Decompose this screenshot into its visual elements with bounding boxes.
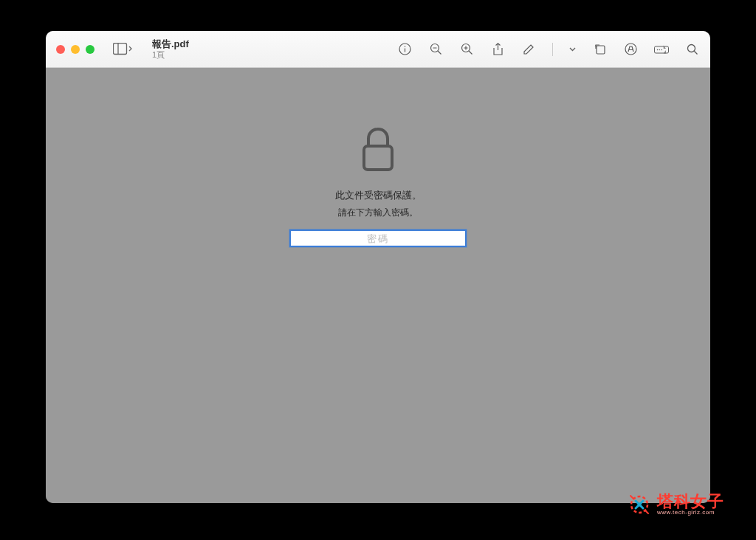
share-icon bbox=[492, 43, 504, 56]
svg-point-17 bbox=[661, 49, 662, 49]
svg-point-22 bbox=[638, 503, 642, 507]
minimize-button[interactable] bbox=[71, 45, 80, 54]
svg-rect-20 bbox=[364, 146, 392, 170]
svg-line-24 bbox=[645, 510, 648, 513]
svg-line-23 bbox=[630, 496, 633, 499]
zoom-in-icon bbox=[461, 43, 473, 55]
zoom-out-icon bbox=[430, 43, 442, 55]
content-area: 此文件受密碼保護。 請在下方輸入密碼。 bbox=[46, 68, 710, 503]
watermark-text: 塔科女子 www.tech-girlz.com bbox=[657, 493, 724, 516]
app-window: 報告.pdf 1頁 bbox=[46, 31, 710, 503]
svg-line-6 bbox=[438, 51, 441, 55]
toolbar bbox=[397, 42, 700, 57]
svg-line-9 bbox=[469, 51, 472, 55]
svg-rect-0 bbox=[114, 43, 127, 54]
watermark-url: www.tech-girlz.com bbox=[657, 510, 724, 516]
svg-point-16 bbox=[659, 49, 660, 49]
search-icon bbox=[687, 44, 698, 55]
info-button[interactable] bbox=[397, 42, 412, 57]
watermark-logo-icon bbox=[626, 491, 653, 518]
svg-rect-12 bbox=[597, 46, 605, 54]
svg-point-3 bbox=[404, 46, 405, 47]
close-button[interactable] bbox=[56, 45, 65, 54]
dropdown-button[interactable] bbox=[569, 45, 576, 53]
protected-message: 此文件受密碼保護。 bbox=[335, 189, 422, 202]
form-icon bbox=[654, 44, 669, 55]
page-count: 1頁 bbox=[152, 50, 189, 60]
rotate-button[interactable] bbox=[592, 42, 607, 57]
toolbar-separator bbox=[552, 43, 553, 56]
form-button[interactable] bbox=[654, 42, 669, 57]
svg-point-13 bbox=[625, 44, 636, 55]
sidebar-toggle-button[interactable] bbox=[109, 40, 136, 59]
document-title: 報告.pdf bbox=[152, 39, 189, 50]
info-icon bbox=[399, 43, 411, 55]
markup-button[interactable] bbox=[521, 42, 536, 57]
rotate-icon bbox=[594, 43, 606, 55]
watermark-title: 塔科女子 bbox=[657, 493, 724, 510]
maximize-button[interactable] bbox=[86, 45, 94, 54]
highlight-icon bbox=[625, 43, 637, 55]
password-input[interactable] bbox=[289, 229, 467, 247]
chevron-down-icon bbox=[569, 47, 576, 52]
svg-line-19 bbox=[694, 51, 697, 54]
svg-point-18 bbox=[688, 44, 695, 52]
titlebar: 報告.pdf 1頁 bbox=[46, 31, 710, 68]
instruction-text: 請在下方輸入密碼。 bbox=[338, 207, 418, 219]
title-block: 報告.pdf 1頁 bbox=[152, 39, 189, 60]
share-button[interactable] bbox=[490, 42, 505, 57]
sidebar-icon bbox=[113, 43, 132, 56]
highlight-button[interactable] bbox=[623, 42, 638, 57]
search-button[interactable] bbox=[685, 42, 700, 57]
zoom-in-button[interactable] bbox=[459, 42, 474, 57]
lock-icon bbox=[360, 127, 396, 176]
svg-point-15 bbox=[657, 49, 658, 49]
markup-icon bbox=[523, 44, 535, 55]
watermark: 塔科女子 www.tech-girlz.com bbox=[626, 491, 724, 518]
window-controls bbox=[56, 45, 94, 54]
zoom-out-button[interactable] bbox=[428, 42, 443, 57]
